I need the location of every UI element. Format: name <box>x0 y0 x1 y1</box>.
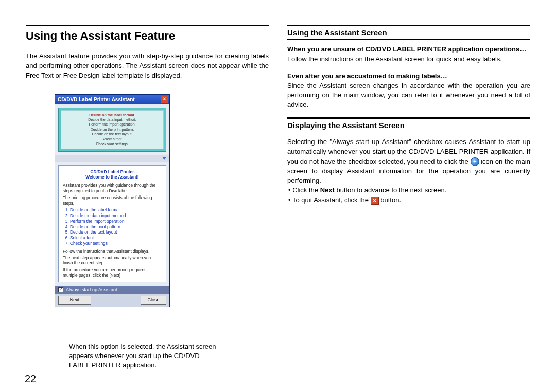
next-button[interactable]: Next <box>58 296 91 305</box>
subheading: Displaying the Assistant Screen <box>287 121 530 130</box>
assistant-step: Perform the import operation. <box>64 122 160 127</box>
bold-lead: When you are unsure of CD/DVD LABEL PRIN… <box>287 45 530 55</box>
bullet-list: Click the Next button to advance to the … <box>288 186 530 205</box>
screenshot-caption: When this option is selected, the Assist… <box>69 342 218 370</box>
assistant-content-text: Assistant provides you with guidance thr… <box>63 183 162 194</box>
rule <box>287 132 530 132</box>
assistant-content-subtitle: Welcome to the Assistant! <box>63 174 162 180</box>
list-item: Decide on the label format <box>70 207 162 213</box>
close-icon[interactable]: × <box>161 96 168 103</box>
assistant-divider <box>55 155 169 162</box>
section-heading: Using the Assistant Feature <box>26 29 269 43</box>
callout-line <box>99 311 269 341</box>
list-item: Select a font <box>70 235 162 241</box>
bold-lead: Even after you are accustomed to making … <box>287 72 530 81</box>
rule <box>287 25 530 26</box>
intro-paragraph: The Assistant feature provides you with … <box>26 51 269 81</box>
assistant-step: Decide on the print pattern. <box>64 127 160 132</box>
list-item: Click the Next button to advance to the … <box>288 186 530 195</box>
assistant-button-row: Next Close <box>55 294 169 307</box>
always-startup-label: Always start up Assistant <box>66 287 117 292</box>
list-item: Check your settings <box>70 241 162 246</box>
assistant-steps-list: Decide on the label format Decide the da… <box>70 207 162 246</box>
rule <box>26 46 269 46</box>
always-startup-checkbox[interactable]: ✓ <box>58 287 63 292</box>
list-item: Decide on the text layout <box>70 229 162 235</box>
right-column: Using the Assistant Screen When you are … <box>287 21 530 381</box>
assistant-step: Decide the data input method. <box>64 117 160 122</box>
chevron-down-icon[interactable] <box>162 157 166 160</box>
paragraph: Selecting the "Always start up Assistant… <box>287 137 530 186</box>
assistant-step-current: Decide on the label format. <box>64 113 160 117</box>
close-button[interactable]: Close <box>141 296 166 305</box>
page-number: 22 <box>25 373 36 385</box>
list-item: Decide the data input method <box>70 213 162 219</box>
rule <box>26 25 269 26</box>
assistant-titlebar: CD/DVD Label Printer Assistant × <box>55 95 169 104</box>
assistant-content-text: The next step appears automatically when… <box>63 255 162 266</box>
assistant-content-text: If the procedure you are performing requ… <box>63 267 162 278</box>
close-icon: × <box>371 197 379 205</box>
assistant-content-text: Follow the instructions that Assistant d… <box>63 248 162 254</box>
list-item: To quit Assistant, click the × button. <box>288 195 530 205</box>
assistant-content-panel: CD/DVD Label Printer Welcome to the Assi… <box>58 165 166 282</box>
assistant-screenshot: CD/DVD Label Printer Assistant × Decide … <box>55 94 170 307</box>
assistant-step: Select a font. <box>64 137 160 141</box>
assistant-content-title: CD/DVD Label Printer <box>63 169 162 175</box>
assistant-step: Decide on the text layout. <box>64 132 160 136</box>
assistant-step: Check your settings. <box>64 141 160 146</box>
assistant-icon: ✦ <box>471 157 479 166</box>
paragraph: Follow the instructions on the Assistant… <box>287 55 530 64</box>
list-item: Perform the import operation <box>70 219 162 224</box>
assistant-steps-panel: Decide on the label format. Decide the d… <box>58 108 166 152</box>
subheading: Using the Assistant Screen <box>287 28 530 37</box>
assistant-title: CD/DVD Label Printer Assistant <box>58 97 135 102</box>
rule <box>287 39 530 40</box>
list-item: Decide on the print pattern <box>70 224 162 230</box>
paragraph: Since the Assistant screen changes in ac… <box>287 81 530 111</box>
assistant-footer: ✓ Always start up Assistant <box>55 286 169 294</box>
rule <box>287 117 530 119</box>
left-column: Using the Assistant Feature The Assistan… <box>26 21 269 381</box>
assistant-content-text: The printing procedure consists of the f… <box>63 195 162 206</box>
